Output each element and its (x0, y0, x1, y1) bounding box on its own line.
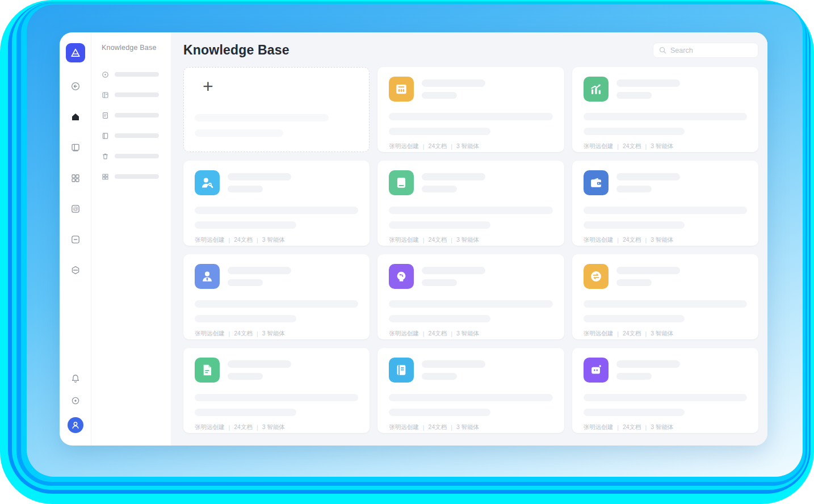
chart-up-icon (584, 77, 609, 102)
frame-ring-4: @ Knowledge Base Knowledge Base (16, 3, 807, 486)
rail-nav-frames[interactable] (70, 234, 81, 245)
search-box[interactable] (653, 43, 758, 58)
notifications-button[interactable] (70, 373, 81, 384)
skeleton-bar (389, 221, 490, 229)
card-meta: 张明远创建|24文档|3 智能体 (389, 236, 552, 244)
kb-card[interactable]: 张明远创建|24文档|3 智能体 (377, 254, 564, 339)
card-meta: 张明远创建|24文档|3 智能体 (195, 236, 358, 244)
skeleton-bar (389, 128, 490, 135)
kb-card[interactable]: 张明远创建|24文档|3 智能体 (377, 67, 564, 152)
target-icon (102, 71, 109, 78)
settings-button[interactable] (70, 395, 81, 406)
plus-icon: + (203, 78, 213, 95)
kb-card[interactable]: 张明远创建|24文档|3 智能体 (572, 161, 758, 246)
kb-card[interactable]: 张明远创建|24文档|3 智能体 (377, 161, 564, 246)
frame-ring-1: @ Knowledge Base Knowledge Base (0, 0, 814, 504)
skeleton-bar (616, 186, 652, 192)
kb-card[interactable]: 张明远创建|24文档|3 智能体 (377, 348, 564, 433)
skeleton-bar (422, 279, 457, 286)
skeleton-bar (584, 128, 685, 135)
sidebar-item[interactable] (102, 125, 163, 146)
frame-ring-5: @ Knowledge Base Knowledge Base (21, 3, 805, 482)
kb-card[interactable]: 张明远创建|24文档|3 智能体 (572, 254, 758, 339)
gear-icon (70, 396, 81, 406)
skeleton-bar (228, 360, 291, 368)
skeleton-bar (389, 315, 490, 322)
skeleton-bar (228, 279, 263, 286)
skeleton-bar (616, 373, 652, 380)
skeleton-bar (616, 92, 652, 99)
folder-archive-icon (389, 77, 414, 102)
avatar-icon (70, 420, 81, 430)
kb-card[interactable]: 张明远创建|24文档|3 智能体 (183, 254, 370, 339)
sidebar-item[interactable] (102, 64, 163, 85)
skeleton-bar (616, 360, 680, 368)
card-meta: 张明远创建|24文档|3 智能体 (584, 330, 747, 338)
skeleton-bar (584, 300, 747, 308)
skeleton-bar (616, 267, 680, 274)
rail-nav-explore[interactable] (70, 81, 81, 92)
sidebar-item[interactable] (102, 146, 163, 166)
skeleton-bar (584, 207, 747, 214)
create-card[interactable]: + (183, 67, 370, 152)
transfer-icon (584, 264, 609, 289)
kb-card[interactable]: 张明远创建|24文档|3 智能体 (572, 67, 758, 152)
page-title: Knowledge Base (183, 43, 289, 58)
grid-small-icon (102, 173, 109, 180)
skeleton-bar (228, 186, 263, 192)
panel-icon (102, 91, 109, 99)
rail-nav-library[interactable] (70, 142, 81, 153)
skeleton-bar (584, 221, 685, 229)
book-icon (389, 170, 414, 195)
secondary-sidebar: Knowledge Base (91, 32, 171, 446)
skeleton-bar (422, 373, 457, 380)
rail-nav-home[interactable] (70, 111, 81, 123)
card-meta: 张明远创建|24文档|3 智能体 (195, 423, 358, 431)
app-window: @ Knowledge Base Knowledge Base (60, 32, 767, 446)
sidebar-item[interactable] (102, 85, 163, 105)
skeleton-bar (195, 315, 296, 322)
doc-icon (102, 112, 109, 119)
kb-card[interactable]: 张明远创建|24文档|3 智能体 (183, 161, 370, 246)
skeleton-bar (422, 186, 457, 192)
card-meta: 张明远创建|24文档|3 智能体 (195, 330, 358, 338)
rail-nav-apps[interactable] (70, 173, 81, 184)
skeleton-bar (422, 79, 485, 87)
skeleton-bar (616, 173, 680, 180)
skeleton-bar (115, 174, 159, 179)
bell-icon (70, 373, 81, 384)
skeleton-bar (228, 267, 291, 274)
skeleton-bar (422, 360, 485, 368)
sidebar-item[interactable] (102, 166, 163, 187)
ai-head-icon (389, 264, 414, 289)
skeleton-bar (422, 173, 485, 180)
skeleton-bar (228, 173, 291, 180)
search-input[interactable] (670, 47, 752, 54)
card-grid: + 张明远创建|24文档|3 智能体 张明远创建|24文档|3 智能体 (183, 67, 758, 433)
icon-rail: @ (60, 32, 91, 446)
skeleton-bar (584, 394, 747, 401)
skeleton-bar (389, 300, 552, 308)
skeleton-bar (195, 221, 296, 229)
profile-avatar[interactable] (68, 417, 83, 433)
app-logo[interactable] (66, 43, 85, 62)
skeleton-bar (389, 207, 552, 214)
rail-nav-packages[interactable] (70, 264, 81, 276)
kb-card[interactable]: 张明远创建|24文档|3 智能体 (572, 348, 758, 433)
card-meta: 张明远创建|24文档|3 智能体 (389, 142, 552, 150)
rail-bottom (68, 373, 83, 433)
skeleton-bar (228, 373, 263, 380)
frame-ring-3: @ Knowledge Base Knowledge Base (12, 2, 809, 490)
grid-icon (70, 173, 81, 183)
card-meta: 张明远创建|24文档|3 智能体 (389, 423, 552, 431)
user-wrench-icon (195, 170, 220, 195)
chat-bot-icon (584, 358, 609, 383)
rail-nav-mentions[interactable]: @ (70, 203, 81, 215)
skeleton-bar (115, 72, 159, 77)
skeleton-bar (422, 267, 485, 274)
sidebar-item[interactable] (102, 105, 163, 125)
skeleton-bar (115, 154, 159, 158)
kb-card[interactable]: 张明远创建|24文档|3 智能体 (183, 348, 370, 433)
hexagon-icon (70, 265, 81, 275)
card-meta: 张明远创建|24文档|3 智能体 (584, 423, 747, 431)
